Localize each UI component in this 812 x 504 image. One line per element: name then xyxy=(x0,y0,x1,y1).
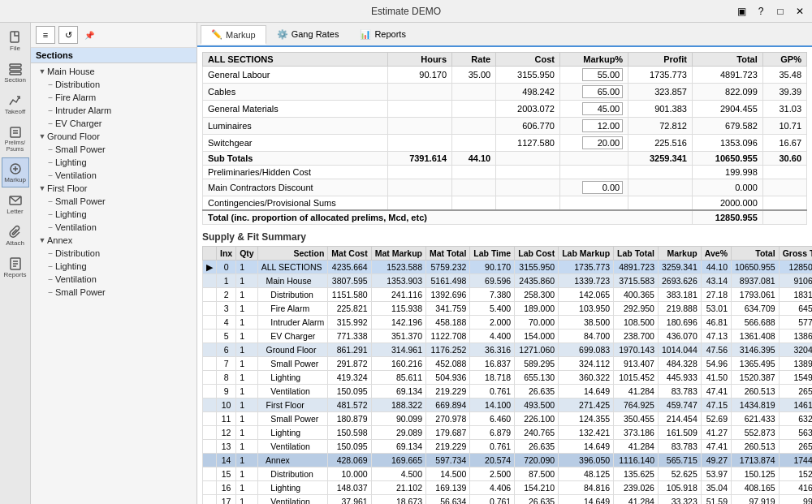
table-row[interactable]: 1 1 Main House 3807.595 1353.903 5161.49… xyxy=(203,274,813,288)
sidebar-tool-1[interactable]: ≡ xyxy=(36,26,55,44)
cell-lab-markup: 14.649 xyxy=(559,440,614,454)
table-row[interactable]: Cables 498.242 323.857 822.099 39.39 xyxy=(203,84,807,101)
table-row[interactable]: Switchgear 1127.580 225.516 1353.096 16.… xyxy=(203,135,807,152)
cell-mat-markup: 4.500 xyxy=(371,467,425,481)
tree-item-lighting-ff[interactable]: – Lighting xyxy=(31,208,197,221)
help-button[interactable]: ? xyxy=(752,3,770,19)
minimize-button[interactable]: ▣ xyxy=(732,3,750,19)
markup-switchgear[interactable] xyxy=(559,135,628,152)
sidebar-tree: ▼ Main House – Distribution – Fire Alarm xyxy=(31,63,197,504)
sidebar-item-letter[interactable]: Letter xyxy=(2,189,29,219)
table-row[interactable]: Main Contractors Discount 0.000 xyxy=(203,179,807,196)
tree-label-annex: Annex xyxy=(47,235,72,245)
tree-item-main-house[interactable]: ▼ Main House xyxy=(31,65,197,78)
sidebar-item-section[interactable]: Section xyxy=(2,58,29,88)
sidebar-item-markup[interactable]: Markup xyxy=(2,157,29,187)
tab-gang-rates[interactable]: ⚙️ Gang Rates xyxy=(266,25,350,44)
tree-item-ground-floor[interactable]: ▼ Ground Floor xyxy=(31,130,197,143)
col-total: Total xyxy=(692,53,762,67)
table-row[interactable]: 16 1 Lighting 148.037 21.102 169.139 4.4… xyxy=(203,481,813,495)
tree-item-lighting-gf[interactable]: – Lighting xyxy=(31,156,197,169)
markup-general-labour[interactable] xyxy=(559,67,628,84)
markup-cables[interactable] xyxy=(559,84,628,101)
tree-item-annex[interactable]: ▼ Annex xyxy=(31,234,197,247)
table-row[interactable]: 3 1 Fire Alarm 225.821 115.938 341.759 5… xyxy=(203,302,813,316)
tree-item-first-floor[interactable]: ▼ First Floor xyxy=(31,182,197,195)
cell-ave: 47.41 xyxy=(701,385,731,398)
expand-icon-first-floor[interactable]: ▼ xyxy=(37,184,47,192)
cell-qty: 1 xyxy=(236,467,258,481)
cell-lab-total: 41.284 xyxy=(614,440,659,454)
cell-qty: 1 xyxy=(236,426,258,440)
sidebar-item-reports[interactable]: Reports xyxy=(2,252,29,282)
tree-label-first-floor: First Floor xyxy=(47,183,88,193)
cell-lab-cost: 2435.860 xyxy=(515,274,559,288)
row-arrow xyxy=(203,330,217,343)
maximize-button[interactable]: □ xyxy=(771,3,789,19)
tree-item-ev-charger[interactable]: – EV Charger xyxy=(31,117,197,130)
dash-icon-7: – xyxy=(45,197,55,205)
cell-lab-markup: 396.050 xyxy=(559,454,614,467)
cell-lab-total: 239.026 xyxy=(614,481,659,495)
tree-item-small-power-gf[interactable]: – Small Power xyxy=(31,143,197,156)
cell-inx: 13 xyxy=(217,440,236,454)
table-row[interactable]: 12 1 Lighting 150.598 29.089 179.687 6.8… xyxy=(203,426,813,440)
table-row[interactable]: 6 1 Ground Floor 861.291 314.961 1176.25… xyxy=(203,343,813,357)
tab-markup[interactable]: ✏️ Markup xyxy=(201,25,266,45)
cell-qty: 1 xyxy=(236,371,258,385)
sidebar-item-prelims[interactable]: Prelims/ Psums xyxy=(2,121,29,156)
table-row[interactable]: 11 1 Small Power 180.879 90.099 270.978 … xyxy=(203,412,813,426)
tree-item-ventilation-annex[interactable]: – Ventilation xyxy=(31,273,197,286)
expand-icon-main-house[interactable]: ▼ xyxy=(37,67,47,75)
sidebar-item-attach[interactable]: Attach xyxy=(2,221,29,251)
cell-lab-markup: 1735.773 xyxy=(559,261,614,274)
sidebar-tool-2[interactable]: ↺ xyxy=(58,26,78,44)
cell-ave: 47.41 xyxy=(701,440,731,454)
markup-mcd[interactable] xyxy=(559,179,628,196)
sidebar-item-file[interactable]: File xyxy=(2,26,29,56)
table-row[interactable]: General Materials 2003.072 901.383 2904.… xyxy=(203,101,807,118)
table-row[interactable]: 13 1 Ventilation 150.095 69.134 219.229 … xyxy=(203,440,813,454)
tree-item-ventilation-gf[interactable]: – Ventilation xyxy=(31,169,197,182)
markup-luminaires[interactable] xyxy=(559,118,628,135)
table-row[interactable]: Luminaires 606.770 72.812 679.582 10.71 xyxy=(203,118,807,135)
tree-label-main-house: Main House xyxy=(47,67,95,76)
tree-item-lighting-annex[interactable]: – Lighting xyxy=(31,260,197,273)
expand-icon-annex[interactable]: ▼ xyxy=(37,236,47,244)
tree-item-distribution-annex[interactable]: – Distribution xyxy=(31,247,197,260)
tab-reports[interactable]: 📊 Reports xyxy=(349,25,417,44)
table-row[interactable]: 14 1 Annex 428.069 169.665 597.734 20.57… xyxy=(203,454,813,467)
table-row[interactable]: 4 1 Intruder Alarm 315.992 142.196 458.1… xyxy=(203,316,813,330)
tree-item-intruder-alarm[interactable]: – Intruder Alarm xyxy=(31,104,197,117)
expand-icon-ground-floor[interactable]: ▼ xyxy=(37,132,47,140)
table-row[interactable]: 7 1 Small Power 291.872 160.216 452.088 … xyxy=(203,357,813,371)
cell-section: Ventilation xyxy=(257,440,328,454)
table-row[interactable]: ▶ 0 1 ALL SECTIONS 4235.664 1523.588 575… xyxy=(203,261,813,274)
tree-item-distribution-1[interactable]: – Distribution xyxy=(31,78,197,91)
table-row[interactable]: 17 1 Ventilation 37.961 18.673 56.634 0.… xyxy=(203,495,813,505)
cell-mat-markup: 85.611 xyxy=(371,371,425,385)
tree-item-small-power-annex[interactable]: – Small Power xyxy=(31,286,197,299)
cell-mat-markup: 241.116 xyxy=(371,288,425,302)
table-row[interactable]: 8 1 Lighting 419.324 85.611 504.936 18.7… xyxy=(203,371,813,385)
table-row[interactable]: 5 1 EV Charger 771.338 351.370 1122.708 … xyxy=(203,330,813,343)
cell-lab-time: 69.596 xyxy=(470,274,515,288)
close-button[interactable]: ✕ xyxy=(791,3,809,19)
cell-section: Intruder Alarm xyxy=(257,316,328,330)
tree-item-ventilation-ff[interactable]: – Ventilation xyxy=(31,221,197,234)
sidebar-item-takeoff[interactable]: Takeoff xyxy=(2,89,29,119)
table-row[interactable]: 15 1 Distribution 10.000 4.500 14.500 2.… xyxy=(203,467,813,481)
tree-label-ev-charger: EV Charger xyxy=(55,118,102,128)
cell-gross-total: 1744.942 xyxy=(779,454,812,467)
cell-gross-total: 563.461 xyxy=(779,426,812,440)
cell-section: Small Power xyxy=(257,357,328,371)
markup-general-materials[interactable] xyxy=(559,101,628,118)
table-row[interactable]: 9 1 Ventilation 150.095 69.134 219.229 0… xyxy=(203,385,813,398)
tree-item-fire-alarm[interactable]: – Fire Alarm xyxy=(31,91,197,104)
tree-item-small-power-ff[interactable]: – Small Power xyxy=(31,195,197,208)
table-row[interactable]: 2 1 Distribution 1151.580 241.116 1392.6… xyxy=(203,288,813,302)
gang-rates-tab-icon: ⚙️ xyxy=(277,29,288,40)
table-row[interactable]: 10 1 First Floor 481.572 188.322 669.894… xyxy=(203,398,813,412)
table-row[interactable]: General Labour 90.170 35.00 3155.950 173… xyxy=(203,67,807,84)
cell-qty: 1 xyxy=(236,385,258,398)
